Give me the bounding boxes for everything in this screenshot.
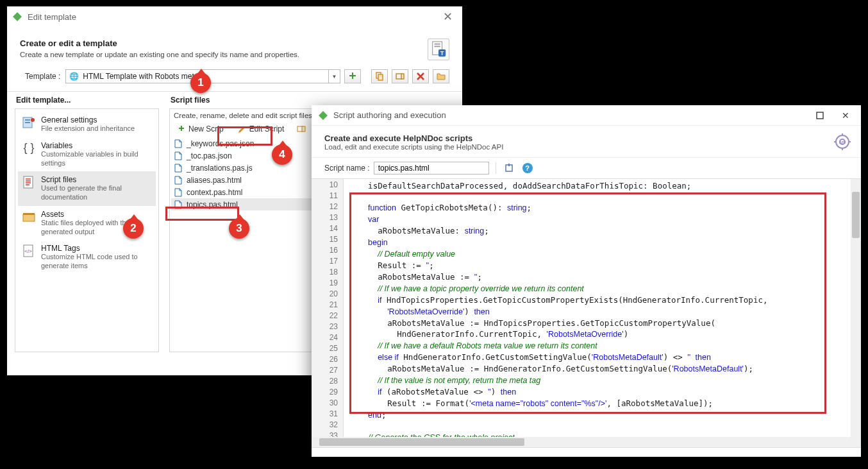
chevron-down-icon[interactable]: ▼: [328, 70, 340, 83]
script-authoring-dialog: Script authoring and execution ✕ Create …: [312, 105, 861, 457]
header-subtitle: Create a new template or update an exist…: [20, 51, 428, 58]
titlebar[interactable]: Edit template ✕: [7, 6, 462, 27]
svg-rect-15: [23, 214, 35, 221]
edit-template-section: Edit template...: [16, 96, 159, 105]
svg-marker-21: [319, 111, 328, 120]
svg-point-13: [31, 118, 35, 122]
script-name-label: Script name :: [324, 164, 370, 173]
svg-text:API: API: [839, 141, 846, 144]
svg-rect-16: [23, 213, 35, 215]
pencil-icon: [238, 124, 247, 133]
svg-rect-3: [435, 46, 440, 47]
file-icon: [174, 188, 183, 197]
file-icon: [174, 139, 183, 148]
rename-icon: [297, 124, 306, 133]
globe-icon: 🌐: [69, 71, 79, 81]
vertical-scrollbar[interactable]: [851, 179, 861, 437]
code-content[interactable]: isDefaultSearchDataProcessed, doAddSearc…: [344, 179, 851, 437]
assets-icon: [22, 210, 36, 224]
svg-marker-0: [13, 12, 22, 21]
titlebar[interactable]: Script authoring and execution ✕: [312, 105, 861, 126]
svg-rect-9: [401, 74, 404, 79]
script-name-input[interactable]: [374, 162, 489, 175]
svg-rect-11: [25, 119, 30, 121]
open-folder-button[interactable]: [433, 69, 449, 83]
help-icon: ?: [522, 163, 533, 173]
settings-icon: [22, 115, 36, 130]
header-title: Create and execute HelpNDoc scripts: [324, 133, 834, 143]
app-icon: [12, 12, 22, 22]
marker-1: 1: [190, 72, 211, 93]
file-icon: [174, 176, 183, 185]
dialog-header: Create and execute HelpNDoc scripts Load…: [312, 126, 861, 158]
svg-rect-20: [302, 126, 305, 132]
svg-text:T: T: [440, 50, 444, 56]
app-icon: [318, 110, 328, 121]
marker-4: 4: [272, 144, 292, 165]
dialog-title: Edit template: [28, 12, 438, 22]
horizontal-scrollbar[interactable]: [312, 437, 851, 447]
svg-rect-31: [508, 164, 510, 166]
svg-rect-22: [817, 112, 823, 119]
script-files-section: Script files: [171, 96, 456, 105]
rename-script-button[interactable]: [292, 122, 310, 136]
marker-3: 3: [229, 218, 249, 239]
close-icon[interactable]: ✕: [438, 10, 457, 24]
close-icon[interactable]: ✕: [833, 105, 858, 126]
api-gear-icon: API: [834, 133, 851, 150]
svg-rect-2: [435, 44, 440, 45]
header-subtitle: Load, edit and execute scripts using the…: [324, 143, 834, 151]
file-icon: [174, 200, 183, 209]
html-tag-icon: </>: [22, 244, 36, 258]
template-icon: T: [428, 38, 449, 60]
nav-script-files[interactable]: Script filesUsed to generate the final d…: [18, 171, 156, 206]
edit-script-button[interactable]: Edit Script: [230, 122, 293, 136]
svg-text:</>: </>: [24, 248, 32, 254]
marker-2: 2: [123, 218, 144, 239]
nav-variables[interactable]: { } VariablesCustomizable variables in b…: [18, 137, 156, 172]
header-title: Create or edit a template: [20, 38, 428, 48]
file-icon: [174, 164, 183, 173]
new-script-button[interactable]: New Scrip: [171, 122, 230, 136]
plus-icon: [177, 124, 186, 133]
template-label: Template :: [25, 72, 60, 81]
dialog-header: Create or edit a template Create a new t…: [7, 27, 462, 69]
file-icon: [174, 151, 183, 160]
rename-template-button[interactable]: [392, 69, 408, 83]
scroll-corner: [851, 437, 861, 447]
help-button[interactable]: ?: [521, 162, 535, 175]
add-template-button[interactable]: [344, 69, 361, 83]
copy-template-button[interactable]: [371, 69, 388, 83]
svg-rect-14: [24, 176, 33, 188]
svg-rect-7: [378, 74, 383, 80]
line-gutter: 1011121314151617181920212223242526272829…: [312, 179, 344, 447]
dialog-title: Script authoring and execution: [333, 110, 807, 120]
nav-html-tags[interactable]: </> HTML TagsCustomize HTML code used to…: [18, 240, 156, 275]
delete-template-button[interactable]: [412, 69, 429, 83]
script-icon: [22, 175, 36, 189]
code-editor[interactable]: 1011121314151617181920212223242526272829…: [312, 178, 861, 448]
svg-rect-12: [25, 122, 30, 123]
open-script-button[interactable]: [503, 162, 517, 175]
braces-icon: { }: [22, 141, 36, 155]
nav-general-settings[interactable]: General settingsFile extension and inher…: [18, 112, 156, 137]
maximize-icon[interactable]: [807, 105, 833, 126]
